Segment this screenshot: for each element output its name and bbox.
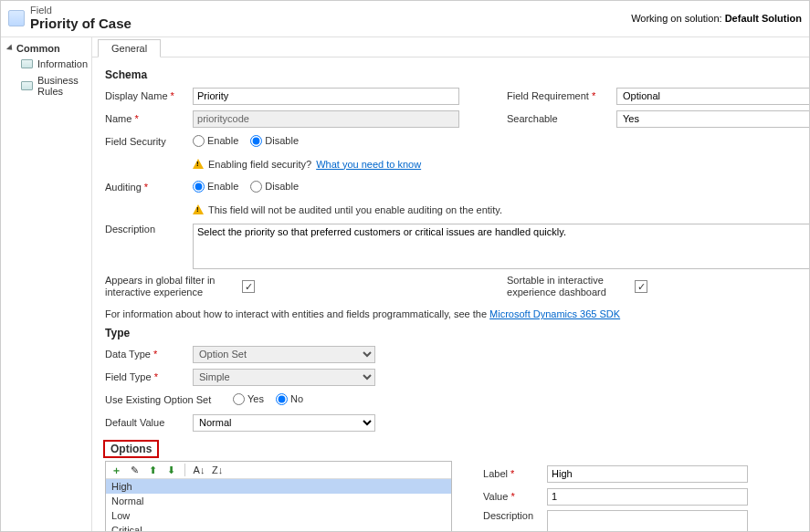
auditing-label: Auditing — [105, 182, 193, 193]
name-input — [193, 110, 459, 128]
option-label-input[interactable] — [547, 465, 748, 483]
global-filter-label: Appears in global filter in interactive … — [105, 275, 242, 298]
warning-text: Enabling field security? — [208, 159, 311, 170]
global-filter-checkbox[interactable] — [242, 280, 255, 293]
edit-icon[interactable]: ✎ — [128, 464, 141, 476]
option-item[interactable]: Critical — [106, 523, 451, 531]
main-area: General Schema Display Name Field Requir… — [92, 37, 810, 531]
sdk-info: For information about how to interact wi… — [105, 308, 810, 319]
use-existing-label: Use Existing Option Set — [105, 394, 233, 405]
options-heading: Options — [103, 440, 159, 458]
data-type-select[interactable]: Option Set — [193, 346, 375, 363]
caret-icon — [6, 44, 15, 52]
auditing-disable[interactable]: Disable — [250, 181, 299, 193]
nav-item-label: Business Rules — [37, 75, 88, 97]
solution-label: Working on solution: Default Solution — [631, 13, 802, 24]
display-name-input[interactable] — [193, 88, 459, 105]
searchable-select[interactable]: Yes — [616, 110, 810, 128]
field-type-select[interactable]: Simple — [193, 369, 375, 386]
solution-name: Default Solution — [725, 13, 802, 24]
auditing-enable[interactable]: Enable — [193, 181, 238, 193]
sort-desc-icon[interactable]: Z↓ — [211, 464, 224, 476]
field-type-label: Field Type — [105, 371, 193, 382]
nav-section-common[interactable]: Common — [5, 41, 91, 56]
add-icon[interactable]: ＋ — [110, 464, 122, 476]
option-description-input[interactable] — [547, 510, 748, 531]
move-up-icon[interactable]: ⬆ — [146, 464, 159, 476]
nav-item-business-rules[interactable]: Business Rules — [5, 72, 91, 99]
field-requirement-label: Field Requirement — [507, 90, 616, 101]
page-title: Priority of Case — [30, 16, 631, 31]
option-value-input[interactable] — [547, 488, 748, 506]
field-security-label: Field Security — [105, 136, 193, 147]
move-down-icon[interactable]: ⬇ — [164, 464, 177, 476]
sortable-label: Sortable in interactive experience dashb… — [507, 275, 635, 298]
warning-icon — [193, 204, 204, 214]
solution-prefix: Working on solution: — [631, 13, 721, 24]
option-value-label: Value — [483, 491, 547, 502]
option-detail-panel: Label Value Description Color — [479, 461, 753, 531]
nav-sidebar: Common Information Business Rules — [1, 37, 92, 531]
warning-text: This field will not be audited until you… — [208, 204, 502, 215]
name-label: Name — [105, 113, 193, 124]
option-label-label: Label — [483, 468, 547, 479]
header-kicker: Field — [30, 5, 631, 16]
field-security-disable[interactable]: Disable — [250, 135, 299, 147]
default-value-label: Default Value — [105, 417, 193, 428]
options-toolbar: ＋ ✎ ⬆ ⬇ A↓ Z↓ — [106, 462, 451, 479]
searchable-label: Searchable — [507, 113, 616, 124]
schema-heading: Schema — [105, 68, 810, 81]
toolbar-separator — [184, 464, 185, 476]
auditing-warning: This field will not be audited until you… — [193, 204, 502, 215]
tab-general[interactable]: General — [98, 39, 161, 57]
display-name-label: Display Name — [105, 90, 193, 101]
sortable-checkbox[interactable] — [635, 280, 647, 293]
information-icon — [21, 59, 33, 68]
use-existing-yes[interactable]: Yes — [233, 393, 264, 405]
data-type-label: Data Type — [105, 349, 193, 360]
use-existing-no[interactable]: No — [276, 393, 303, 405]
default-value-select[interactable]: Normal — [193, 414, 375, 432]
nav-item-information[interactable]: Information — [5, 56, 91, 72]
options-list-panel: ＋ ✎ ⬆ ⬇ A↓ Z↓ High Normal Low Critical — [105, 461, 452, 531]
field-security-link[interactable]: What you need to know — [316, 159, 421, 170]
field-requirement-select[interactable]: Optional — [616, 88, 810, 105]
type-heading: Type — [105, 327, 810, 339]
sdk-link[interactable]: Microsoft Dynamics 365 SDK — [489, 308, 620, 319]
warning-icon — [193, 159, 204, 169]
sdk-info-prefix: For information about how to interact wi… — [105, 308, 489, 319]
sort-asc-icon[interactable]: A↓ — [193, 464, 205, 476]
description-input[interactable] — [193, 224, 810, 269]
page-header: Field Priority of Case Working on soluti… — [1, 1, 809, 37]
option-description-label: Description — [483, 510, 547, 521]
business-rules-icon — [21, 81, 33, 90]
option-item[interactable]: Normal — [106, 494, 451, 508]
nav-item-label: Information — [37, 58, 88, 69]
field-icon — [8, 10, 25, 26]
header-text: Field Priority of Case — [30, 5, 631, 31]
field-security-enable[interactable]: Enable — [193, 135, 238, 147]
nav-section-label: Common — [16, 43, 60, 54]
field-security-warning: Enabling field security? What you need t… — [193, 159, 421, 170]
option-item[interactable]: Low — [106, 508, 451, 523]
description-label: Description — [105, 224, 193, 235]
option-item[interactable]: High — [106, 479, 451, 494]
options-list[interactable]: High Normal Low Critical — [106, 479, 451, 531]
tab-strip: General — [92, 37, 810, 57]
